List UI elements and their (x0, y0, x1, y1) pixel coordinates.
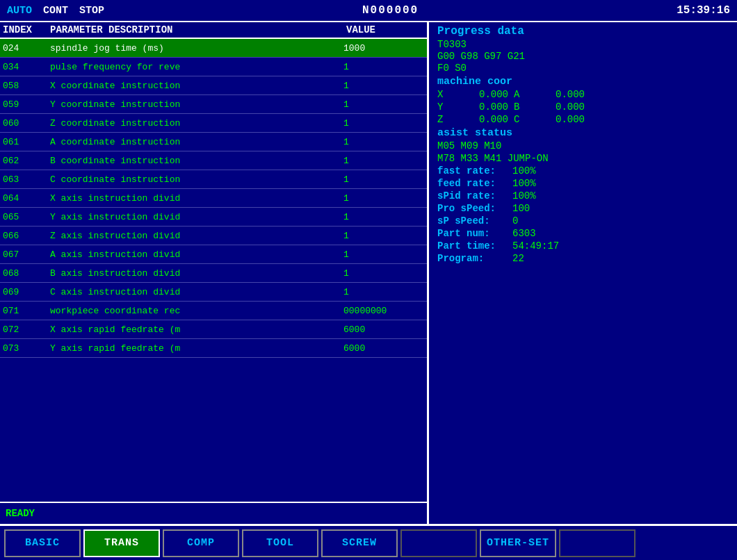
row-index: 065 (3, 212, 50, 222)
row-value: 1 (341, 81, 424, 91)
table-row[interactable]: 066 Z axis instruction divid 1 (0, 227, 427, 245)
row-value: 1 (341, 174, 424, 185)
row-desc: X axis instruction divid (50, 193, 341, 204)
table-row[interactable]: 069 C axis instruction divid 1 (0, 283, 427, 302)
row-desc: Y axis instruction divid (50, 212, 341, 222)
program-label: Program: (437, 253, 507, 264)
table-row[interactable]: 061 A coordinate instruction 1 (0, 133, 427, 151)
table-row[interactable]: 058 X coordinate instruction 1 (0, 76, 427, 95)
table-row[interactable]: 067 A axis instruction divid 1 (0, 245, 427, 264)
coord-axis1: Z (437, 114, 458, 125)
status1-label: CONT (43, 5, 68, 17)
row-value: 1 (341, 231, 424, 241)
mode-label: AUTO (7, 5, 32, 17)
row-index: 024 (3, 43, 50, 53)
pro-speed-label: Pro sPeed: (437, 203, 507, 214)
row-index: 059 (3, 99, 50, 110)
row-index: 067 (3, 249, 50, 260)
table-row[interactable]: 060 Z coordinate instruction 1 (0, 114, 427, 133)
m-codes-row1: M05 M09 M10 (437, 140, 729, 151)
row-value: 1 (341, 62, 424, 72)
sp-speed-row: sP sPeed: 0 (437, 215, 729, 227)
coord-axis1: Y (437, 101, 458, 113)
status-bar: READY (0, 502, 427, 524)
coord-val1: 0.000 (458, 89, 514, 100)
tab-trans[interactable]: TRANS (83, 529, 160, 557)
asist-title: asist status (437, 127, 729, 139)
row-desc: B coordinate instruction (50, 156, 341, 166)
sp-speed-val: 0 (512, 215, 518, 227)
fast-rate-row: fast rate: 100% (437, 165, 729, 176)
table-row[interactable]: 073 Y axis rapid feedrate (m 6000 (0, 339, 427, 358)
status-left: AUTO CONT STOP (7, 5, 104, 17)
machine-coor-title: machine coor (437, 76, 729, 88)
param-table: 024 spindle jog time (ms) 1000 034 pulse… (0, 39, 427, 502)
row-value: 1 (341, 118, 424, 129)
row-desc: B axis instruction divid (50, 268, 341, 279)
table-row[interactable]: 064 X axis instruction divid 1 (0, 189, 427, 208)
col-desc: PARAMETER DESCRIPTION (50, 24, 341, 35)
row-desc: C axis instruction divid (50, 287, 341, 297)
coord-val2: 0.000 (535, 101, 590, 113)
table-header: INDEX PARAMETER DESCRIPTION VALUE (0, 22, 427, 39)
tab-other-set[interactable]: OTHER-SET (480, 529, 556, 557)
pro-speed-val: 100 (512, 203, 530, 214)
row-desc: A coordinate instruction (50, 137, 341, 147)
gcode-line: G00 G98 G97 G21 (437, 51, 729, 62)
coord-val1: 0.000 (458, 114, 514, 125)
coord-axis1: X (437, 89, 458, 100)
row-value: 1 (341, 212, 424, 222)
m-codes-1: M05 M09 M10 (437, 140, 501, 151)
col-value: VALUE (341, 24, 424, 35)
row-index: 069 (3, 287, 50, 297)
status2-label: STOP (79, 5, 104, 17)
row-value: 1 (341, 268, 424, 279)
table-row[interactable]: 072 X axis rapid feedrate (m 6000 (0, 320, 427, 339)
col-index: INDEX (3, 24, 50, 35)
table-row[interactable]: 059 Y coordinate instruction 1 (0, 95, 427, 114)
feed-rate-label: feed rate: (437, 178, 507, 189)
row-value: 1 (341, 99, 424, 110)
table-row[interactable]: 065 Y axis instruction divid 1 (0, 208, 427, 227)
tab-basic[interactable]: BASIC (4, 529, 81, 557)
coords-area: X 0.000 A 0.000 Y 0.000 B 0.000 Z 0.000 … (437, 89, 729, 125)
m-codes-2: M78 M33 M41 JUMP-ON (437, 153, 549, 164)
tab-bar: BASICTRANSCOMPTOOLSCREWOTHER-SET (0, 524, 737, 560)
row-value: 1 (341, 156, 424, 166)
program-number: N000000 (362, 4, 419, 17)
row-index: 072 (3, 324, 50, 335)
coord-axis2: C (514, 114, 535, 125)
row-desc: C coordinate instruction (50, 174, 341, 185)
row-desc: A axis instruction divid (50, 249, 341, 260)
part-time-row: Part time: 54:49:17 (437, 240, 729, 252)
coord-row: Z 0.000 C 0.000 (437, 114, 729, 125)
row-value: 1 (341, 137, 424, 147)
row-desc: Y axis rapid feedrate (m (50, 343, 341, 354)
tab-tool[interactable]: TOOL (242, 529, 318, 557)
row-desc: X axis rapid feedrate (m (50, 324, 341, 335)
row-index: 060 (3, 118, 50, 129)
table-row[interactable]: 068 B axis instruction divid 1 (0, 264, 427, 283)
row-index: 062 (3, 156, 50, 166)
table-row[interactable]: 071 workpiece coordinate rec 00000000 (0, 302, 427, 320)
table-row[interactable]: 024 spindle jog time (ms) 1000 (0, 39, 427, 58)
tab-comp[interactable]: COMP (163, 529, 239, 557)
row-desc: Y coordinate instruction (50, 99, 341, 110)
progress-title: Progress data (437, 25, 729, 38)
coord-val2: 0.000 (535, 114, 590, 125)
row-value: 1000 (341, 43, 424, 53)
table-row[interactable]: 034 pulse frequency for reve 1 (0, 58, 427, 76)
tab-empty (559, 529, 635, 557)
part-num-val: 6303 (512, 228, 536, 239)
row-index: 064 (3, 193, 50, 204)
row-value: 1 (341, 249, 424, 260)
table-row[interactable]: 062 B coordinate instruction 1 (0, 151, 427, 170)
row-desc: pulse frequency for reve (50, 62, 341, 72)
row-index: 068 (3, 268, 50, 279)
coord-val2: 0.000 (535, 89, 590, 100)
tab-screw[interactable]: SCREW (321, 529, 398, 557)
coord-axis2: B (514, 101, 535, 113)
table-row[interactable]: 063 C coordinate instruction 1 (0, 170, 427, 189)
clock: 15:39:16 (677, 4, 730, 17)
spid-rate-row: sPid rate: 100% (437, 190, 729, 201)
